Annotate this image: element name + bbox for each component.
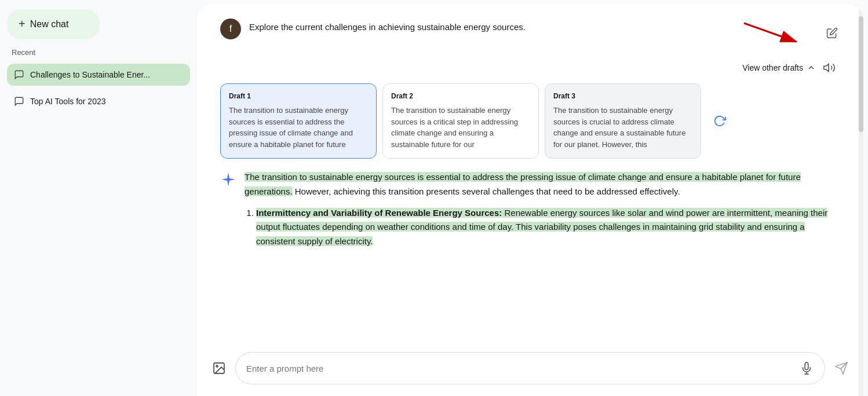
drafts-container: Draft 1 The transition to sustainable en…	[220, 83, 840, 159]
draft-3-text: The transition to sustainable energy sou…	[553, 105, 692, 150]
send-button[interactable]	[831, 358, 852, 379]
edit-button[interactable]	[824, 25, 840, 41]
sound-button[interactable]	[820, 59, 838, 76]
view-drafts-label: View other drafts	[742, 63, 803, 72]
drafts-header: View other drafts	[220, 59, 840, 76]
draft-3-badge: Draft 3	[553, 92, 692, 100]
message-actions	[738, 19, 840, 47]
response-intro: The transition to sustainable energy sou…	[245, 170, 840, 199]
sidebar-item-challenges[interactable]: Challenges to Sustainable Ener...	[7, 64, 190, 86]
sidebar-item-ai-tools[interactable]: Top AI Tools for 2023	[7, 90, 190, 112]
send-icon	[834, 361, 848, 375]
list-item-1-bold: Intermittency and Variability of Renewab…	[256, 208, 502, 218]
user-avatar: f	[220, 19, 241, 39]
input-area	[197, 345, 863, 396]
response-content: The transition to sustainable energy sou…	[245, 170, 840, 255]
chevron-up-icon	[807, 63, 816, 72]
prompt-input-wrapper	[235, 352, 825, 384]
gemini-response: The transition to sustainable energy sou…	[220, 170, 840, 255]
svg-point-4	[216, 365, 218, 367]
svg-marker-2	[824, 64, 829, 72]
draft-1-badge: Draft 1	[229, 92, 368, 100]
main-chat-area: f Explore the current challenges in achi…	[197, 5, 863, 396]
refresh-button[interactable]	[711, 112, 728, 130]
view-drafts-button[interactable]: View other drafts	[742, 63, 816, 72]
new-chat-button[interactable]: + New chat	[7, 9, 100, 39]
mic-button[interactable]	[799, 361, 814, 376]
scrollbar-track[interactable]	[859, 5, 863, 396]
draft-2-text: The transition to sustainable energy sou…	[391, 105, 530, 150]
red-arrow-annotation	[738, 19, 808, 47]
draft-2-badge: Draft 2	[391, 92, 530, 100]
response-list: Intermittency and Variability of Renewab…	[245, 206, 840, 249]
list-item-1: Intermittency and Variability of Renewab…	[256, 206, 840, 249]
user-prompt-text: Explore the current challenges in achiev…	[249, 19, 730, 32]
gemini-icon	[220, 171, 236, 188]
sidebar-item-challenges-label: Challenges to Sustainable Ener...	[30, 70, 150, 79]
draft-refresh-col	[707, 83, 732, 159]
volume-icon	[823, 61, 836, 74]
mic-icon	[800, 362, 813, 375]
plus-icon: +	[19, 17, 25, 31]
image-upload-icon	[212, 361, 226, 375]
new-chat-label: New chat	[30, 19, 69, 30]
refresh-icon	[713, 115, 726, 127]
image-upload-button[interactable]	[209, 358, 229, 379]
chat-icon	[14, 69, 24, 80]
draft-card-3[interactable]: Draft 3 The transition to sustainable en…	[545, 83, 701, 159]
prompt-input[interactable]	[246, 364, 799, 373]
scrollbar-thumb[interactable]	[859, 16, 863, 132]
draft-1-text: The transition to sustainable energy sou…	[229, 105, 368, 150]
sidebar-item-ai-tools-label: Top AI Tools for 2023	[30, 97, 106, 106]
draft-card-2[interactable]: Draft 2 The transition to sustainable en…	[382, 83, 539, 159]
user-message: f Explore the current challenges in achi…	[220, 19, 840, 47]
chat-icon-2	[14, 96, 24, 107]
draft-card-1[interactable]: Draft 1 The transition to sustainable en…	[220, 83, 377, 159]
sidebar: + New chat Recent Challenges to Sustaina…	[0, 0, 197, 396]
chat-area: f Explore the current challenges in achi…	[197, 5, 863, 345]
recent-label: Recent	[7, 43, 190, 59]
svg-line-1	[744, 23, 796, 42]
sidebar-bottom	[7, 377, 190, 387]
response-intro-rest: However, achieving this transition prese…	[293, 186, 680, 196]
